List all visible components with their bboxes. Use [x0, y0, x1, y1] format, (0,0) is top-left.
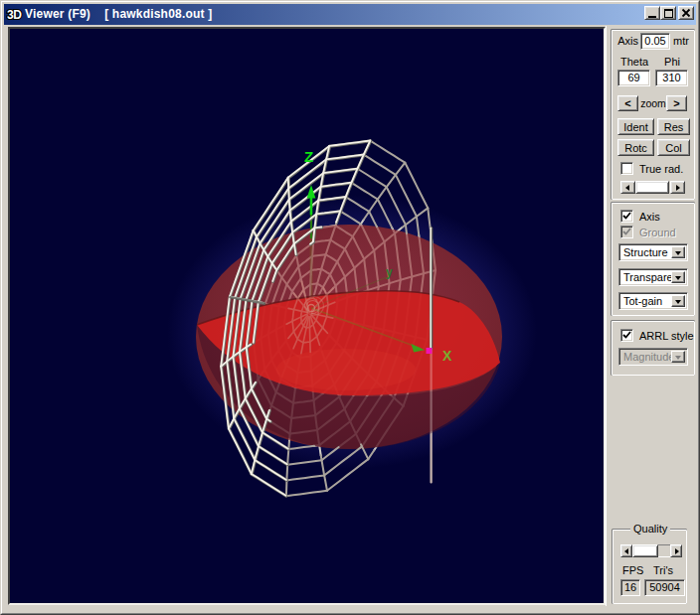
svg-text:3D: 3D	[7, 8, 22, 22]
svg-text:X: X	[442, 348, 452, 364]
svg-text:y: y	[386, 265, 393, 279]
svg-text:Z: Z	[304, 148, 313, 165]
